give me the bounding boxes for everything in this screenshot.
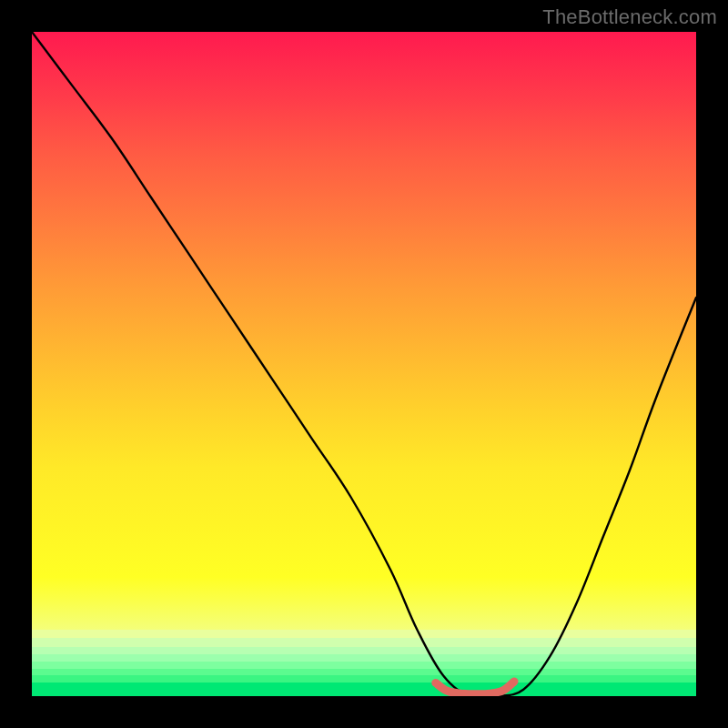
plot-area <box>32 32 696 696</box>
bottleneck-curve <box>32 32 696 696</box>
chart-svg <box>32 32 696 696</box>
optimal-marker <box>436 682 514 694</box>
chart-frame: TheBottleneck.com <box>0 0 728 728</box>
watermark-text: TheBottleneck.com <box>542 5 717 29</box>
